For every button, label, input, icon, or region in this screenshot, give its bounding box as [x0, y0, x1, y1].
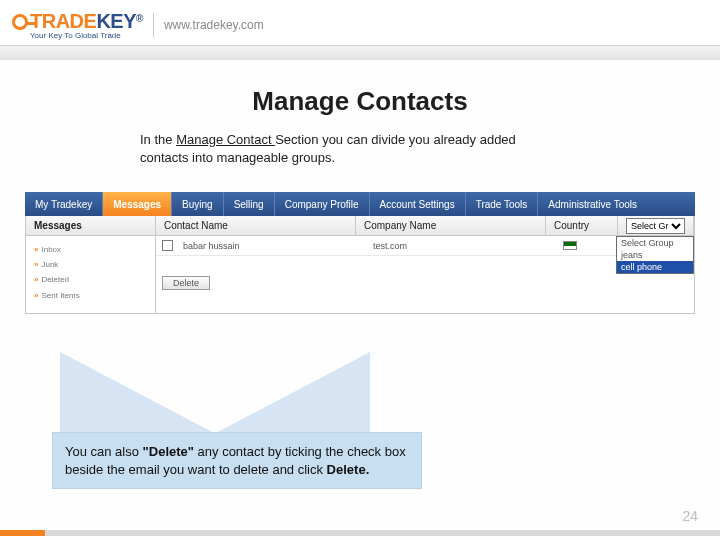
col-messages: Messages	[26, 216, 156, 235]
cell-contact-name: babar hussain	[183, 241, 373, 251]
tab-admin-tools[interactable]: Administrative Tools	[538, 192, 695, 216]
dropdown-option-selected[interactable]: cell phone	[617, 261, 693, 273]
header-url: www.tradekey.com	[164, 18, 264, 32]
tab-account-settings[interactable]: Account Settings	[370, 192, 466, 216]
intro-underlined: Manage Contact	[176, 132, 275, 147]
page-title: Manage Contacts	[0, 86, 720, 117]
highlight-beam	[210, 352, 370, 436]
key-icon	[12, 14, 28, 30]
header-gradient	[0, 46, 720, 60]
sidebar-item-inbox[interactable]: »Inbox	[34, 242, 147, 257]
delete-button[interactable]: Delete	[162, 276, 210, 290]
divider	[153, 13, 154, 37]
cell-company-name: test.com	[373, 241, 563, 251]
intro-pre: In the	[140, 132, 176, 147]
tab-buying[interactable]: Buying	[172, 192, 224, 216]
group-dropdown-open[interactable]: Select Group jeans cell phone	[616, 236, 694, 274]
col-company-name: Company Name	[356, 216, 546, 235]
contact-list: babar hussain test.com Select Group jean…	[156, 236, 694, 313]
logo-tagline: Your Key To Global Trade	[30, 31, 143, 40]
col-group: Select Group	[618, 216, 694, 235]
column-headers: Messages Contact Name Company Name Count…	[25, 216, 695, 236]
tab-my-tradekey[interactable]: My Tradekey	[25, 192, 103, 216]
messages-sidebar: »Inbox »Junk »Deleted »Sent Items	[26, 236, 156, 313]
tab-messages[interactable]: Messages	[103, 192, 172, 216]
table-row: babar hussain test.com	[156, 236, 694, 256]
footer-accent	[0, 530, 720, 536]
callout-box: You can also "Delete" any contact by tic…	[52, 432, 422, 489]
content-body: »Inbox »Junk »Deleted »Sent Items babar …	[25, 236, 695, 314]
intro-text: In the Manage Contact Section you can di…	[140, 131, 540, 166]
logo: TRADE KEY ® Your Key To Global Trade	[12, 10, 143, 40]
logo-key: KEY	[96, 10, 136, 33]
logo-registered: ®	[136, 13, 143, 24]
callout-bold-delete: "Delete"	[143, 444, 194, 459]
header-bar: TRADE KEY ® Your Key To Global Trade www…	[0, 0, 720, 46]
group-select[interactable]: Select Group	[626, 218, 685, 234]
logo-trade: TRADE	[30, 10, 96, 33]
callout-text: You can also	[65, 444, 143, 459]
sidebar-item-junk[interactable]: »Junk	[34, 257, 147, 272]
sidebar-item-sent[interactable]: »Sent Items	[34, 288, 147, 303]
col-contact-name: Contact Name	[156, 216, 356, 235]
highlight-beam	[60, 352, 220, 436]
sidebar-item-deleted[interactable]: »Deleted	[34, 272, 147, 287]
dropdown-option[interactable]: Select Group	[617, 237, 693, 249]
callout-bold-delete2: Delete.	[327, 462, 370, 477]
screenshot-panel: My Tradekey Messages Buying Selling Comp…	[25, 192, 695, 314]
dropdown-option[interactable]: jeans	[617, 249, 693, 261]
tab-company-profile[interactable]: Company Profile	[275, 192, 370, 216]
row-checkbox[interactable]	[162, 240, 173, 251]
tab-selling[interactable]: Selling	[224, 192, 275, 216]
flag-icon	[563, 241, 577, 250]
top-nav: My Tradekey Messages Buying Selling Comp…	[25, 192, 695, 216]
page-number: 24	[682, 508, 698, 524]
tab-trade-tools[interactable]: Trade Tools	[466, 192, 539, 216]
col-country: Country	[546, 216, 618, 235]
